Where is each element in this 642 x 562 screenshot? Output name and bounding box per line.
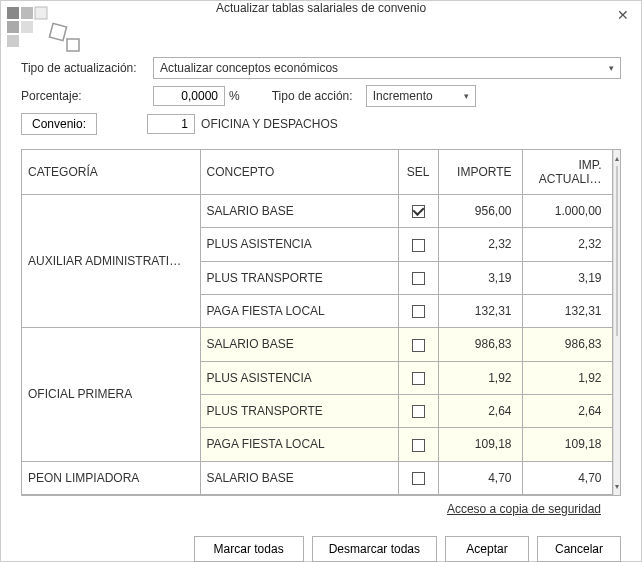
concepto-cell: SALARIO BASE xyxy=(200,195,398,228)
concepto-cell: PLUS ASISTENCIA xyxy=(200,228,398,261)
dialog-window: Actualizar tablas salariales de convenio… xyxy=(0,0,642,562)
tipo-select[interactable]: Actualizar conceptos económicos ▾ xyxy=(153,57,621,79)
col-sel[interactable]: SEL xyxy=(398,150,438,195)
porcentaje-label: Porcentaje: xyxy=(21,89,153,103)
titlebar: Actualizar tablas salariales de convenio… xyxy=(1,1,641,15)
backup-link[interactable]: Acceso a copia de seguridad xyxy=(21,496,621,520)
scroll-up-icon[interactable]: ▴ xyxy=(614,150,621,166)
accion-label: Tipo de acción: xyxy=(272,89,366,103)
chevron-down-icon: ▾ xyxy=(609,63,614,73)
content-area: Tipo de actualización: Actualizar concep… xyxy=(1,15,641,528)
actuali-cell: 3,19 xyxy=(522,261,612,294)
vertical-scrollbar[interactable]: ▴ ▾ xyxy=(613,150,621,495)
table-row[interactable]: OFICIAL PRIMERASALARIO BASE986,83986,83 xyxy=(22,328,612,361)
actuali-cell: 1,92 xyxy=(522,361,612,394)
concepto-cell: PLUS TRANSPORTE xyxy=(200,394,398,427)
svg-rect-2 xyxy=(21,7,33,19)
sel-cell xyxy=(398,428,438,461)
col-categoria[interactable]: CATEGORÍA xyxy=(22,150,200,195)
categoria-cell: AUXILIAR ADMINISTRATI… xyxy=(22,195,200,328)
sel-cell xyxy=(398,228,438,261)
tipo-value: Actualizar conceptos económicos xyxy=(160,61,338,75)
desmarcar-button[interactable]: Desmarcar todas xyxy=(312,536,437,562)
svg-rect-4 xyxy=(21,21,33,33)
sel-cell xyxy=(398,361,438,394)
table-row[interactable]: AUXILIAR ADMINISTRATI…SALARIO BASE956,00… xyxy=(22,195,612,228)
form-section: Tipo de actualización: Actualizar concep… xyxy=(21,57,621,141)
checkbox[interactable] xyxy=(412,405,425,418)
sel-cell xyxy=(398,195,438,228)
actuali-cell: 4,70 xyxy=(522,461,612,494)
sel-cell xyxy=(398,261,438,294)
importe-cell: 1,92 xyxy=(438,361,522,394)
sel-cell xyxy=(398,461,438,494)
checkbox[interactable] xyxy=(412,305,425,318)
concepto-cell: PLUS ASISTENCIA xyxy=(200,361,398,394)
checkbox[interactable] xyxy=(412,239,425,252)
salary-table: CATEGORÍA CONCEPTO SEL IMPORTE IMP. ACTU… xyxy=(22,150,613,495)
concepto-cell: SALARIO BASE xyxy=(200,328,398,361)
svg-rect-1 xyxy=(7,21,19,33)
actuali-cell: 109,18 xyxy=(522,428,612,461)
close-icon[interactable]: ✕ xyxy=(613,5,633,25)
accion-value: Incremento xyxy=(373,89,433,103)
col-concepto[interactable]: CONCEPTO xyxy=(200,150,398,195)
svg-rect-5 xyxy=(35,7,47,19)
scroll-track[interactable] xyxy=(614,166,621,479)
checkbox[interactable] xyxy=(412,372,425,385)
dialog-title: Actualizar tablas salariales de convenio xyxy=(216,1,426,15)
cancelar-button[interactable]: Cancelar xyxy=(537,536,621,562)
importe-cell: 2,64 xyxy=(438,394,522,427)
checkbox[interactable] xyxy=(412,339,425,352)
chevron-down-icon: ▾ xyxy=(464,91,469,101)
table-header-row: CATEGORÍA CONCEPTO SEL IMPORTE IMP. ACTU… xyxy=(22,150,612,195)
svg-rect-7 xyxy=(67,39,79,51)
concepto-cell: PAGA FIESTA LOCAL xyxy=(200,428,398,461)
importe-cell: 3,19 xyxy=(438,261,522,294)
tipo-label: Tipo de actualización: xyxy=(21,61,153,75)
table-container: CATEGORÍA CONCEPTO SEL IMPORTE IMP. ACTU… xyxy=(21,149,621,496)
actuali-cell: 2,32 xyxy=(522,228,612,261)
checkbox[interactable] xyxy=(412,472,425,485)
col-actuali[interactable]: IMP. ACTUALI… xyxy=(522,150,612,195)
actuali-cell: 1.000,00 xyxy=(522,195,612,228)
aceptar-button[interactable]: Aceptar xyxy=(445,536,529,562)
checkbox[interactable] xyxy=(412,205,425,218)
concepto-cell: SALARIO BASE xyxy=(200,461,398,494)
button-bar: Marcar todas Desmarcar todas Aceptar Can… xyxy=(1,528,641,562)
convenio-num-input[interactable] xyxy=(147,114,195,134)
importe-cell: 956,00 xyxy=(438,195,522,228)
importe-cell: 109,18 xyxy=(438,428,522,461)
categoria-cell: PEON LIMPIADORA xyxy=(22,461,200,494)
importe-cell: 986,83 xyxy=(438,328,522,361)
importe-cell: 2,32 xyxy=(438,228,522,261)
app-logo-icon xyxy=(5,5,85,55)
importe-cell: 4,70 xyxy=(438,461,522,494)
table-row[interactable]: PEON LIMPIADORASALARIO BASE4,704,70 xyxy=(22,461,612,494)
importe-cell: 132,31 xyxy=(438,294,522,327)
porcentaje-unit: % xyxy=(229,89,240,103)
sel-cell xyxy=(398,394,438,427)
col-importe[interactable]: IMPORTE xyxy=(438,150,522,195)
actuali-cell: 986,83 xyxy=(522,328,612,361)
scroll-thumb[interactable] xyxy=(616,166,619,336)
svg-rect-0 xyxy=(7,7,19,19)
svg-rect-3 xyxy=(7,35,19,47)
porcentaje-input[interactable] xyxy=(153,86,225,106)
checkbox[interactable] xyxy=(412,272,425,285)
actuali-cell: 132,31 xyxy=(522,294,612,327)
convenio-button[interactable]: Convenio: xyxy=(21,113,97,135)
accion-select[interactable]: Incremento ▾ xyxy=(366,85,476,107)
concepto-cell: PLUS TRANSPORTE xyxy=(200,261,398,294)
scroll-down-icon[interactable]: ▾ xyxy=(614,479,621,495)
actuali-cell: 2,64 xyxy=(522,394,612,427)
convenio-text: OFICINA Y DESPACHOS xyxy=(201,117,338,131)
concepto-cell: PAGA FIESTA LOCAL xyxy=(200,294,398,327)
marcar-button[interactable]: Marcar todas xyxy=(194,536,304,562)
svg-rect-6 xyxy=(49,23,66,40)
sel-cell xyxy=(398,294,438,327)
checkbox[interactable] xyxy=(412,439,425,452)
categoria-cell: OFICIAL PRIMERA xyxy=(22,328,200,461)
sel-cell xyxy=(398,328,438,361)
